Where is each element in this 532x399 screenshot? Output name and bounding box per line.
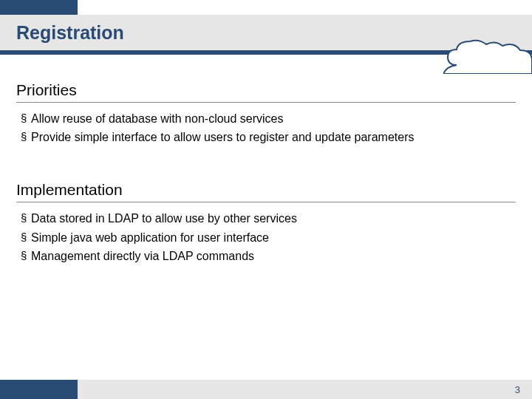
- slide-title: Registration: [0, 22, 124, 44]
- footer-light: 3: [78, 380, 532, 399]
- list-item: Management directly via LDAP commands: [21, 248, 516, 265]
- section-heading-implementation: Implementation: [16, 181, 516, 202]
- content-area: Priorities Allow reuse of database with …: [16, 81, 516, 266]
- page-number: 3: [515, 384, 520, 395]
- list-item: Provide simple interface to allow users …: [21, 129, 516, 146]
- slide: Registration Priorities Allow reuse of d…: [0, 0, 532, 399]
- cloud-icon: [443, 37, 532, 77]
- priorities-list: Allow reuse of database with non-cloud s…: [16, 110, 516, 146]
- top-tab-accent: [0, 0, 78, 15]
- list-item: Simple java web application for user int…: [21, 229, 516, 246]
- list-item: Data stored in LDAP to allow use by othe…: [21, 210, 516, 227]
- list-item: Allow reuse of database with non-cloud s…: [21, 110, 516, 127]
- implementation-list: Data stored in LDAP to allow use by othe…: [16, 210, 516, 265]
- footer-bar: 3: [0, 380, 532, 399]
- footer-accent: [0, 380, 78, 399]
- section-heading-priorities: Priorities: [16, 81, 516, 103]
